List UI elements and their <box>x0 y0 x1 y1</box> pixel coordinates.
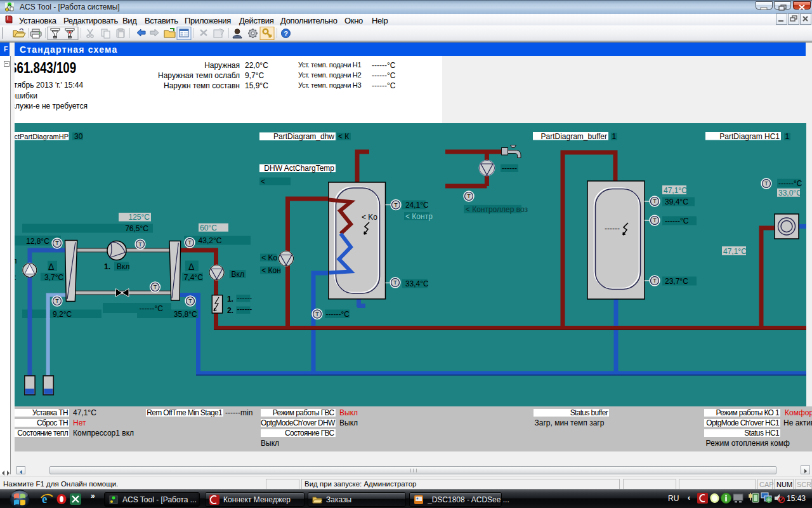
svg-text:------°C: ------°C <box>326 310 350 319</box>
svg-text:125°C: 125°C <box>129 213 150 222</box>
svg-text:39,4°C: 39,4°C <box>665 197 688 206</box>
svg-text:35,8°C: 35,8°C <box>174 310 197 319</box>
svg-text:9,2°C: 9,2°C <box>53 310 72 319</box>
svg-text:Вкл: Вкл <box>232 270 244 279</box>
svg-text:T: T <box>55 240 59 246</box>
svg-text:------°C: ------°C <box>665 217 689 225</box>
svg-text:ectPartDiagramHP: ectPartDiagramHP <box>15 133 69 140</box>
svg-text:43,2°C: 43,2°C <box>199 236 222 245</box>
svg-text:?: ? <box>284 30 288 37</box>
svg-text:<: < <box>261 177 265 186</box>
svg-text:3,7°C: 3,7°C <box>44 273 63 282</box>
svg-text:1: 1 <box>612 132 617 141</box>
svg-text:47,1°C: 47,1°C <box>664 186 687 195</box>
svg-text:------: ------ <box>237 305 252 314</box>
svg-text:PartDiagram_dhw: PartDiagram_dhw <box>273 132 334 141</box>
svg-text:< К: < К <box>338 132 349 141</box>
svg-text:30: 30 <box>74 132 83 141</box>
svg-text:33,0°C: 33,0°C <box>778 189 802 197</box>
svg-text:< Ko: < Ko <box>261 253 277 262</box>
svg-text:1.: 1. <box>227 295 233 304</box>
svg-text:< Контр: < Контр <box>405 212 433 221</box>
svg-text::: : <box>15 273 16 282</box>
svg-text:Δ: Δ <box>188 262 194 272</box>
svg-text:33,4°C: 33,4°C <box>405 279 429 288</box>
svg-text:2.: 2. <box>227 306 233 315</box>
svg-text:< Кон: < Кон <box>261 266 281 275</box>
svg-text:24,1°C: 24,1°C <box>405 201 429 210</box>
svg-text:п: п <box>15 257 17 265</box>
svg-text:60°C: 60°C <box>200 224 217 232</box>
svg-text:------: ------ <box>237 293 252 302</box>
svg-text:------: ------ <box>605 224 620 233</box>
svg-text:1.: 1. <box>104 262 110 271</box>
svg-text:7,4°C: 7,4°C <box>184 273 203 282</box>
svg-text:Δ: Δ <box>48 262 54 272</box>
svg-text:------: ------ <box>502 164 517 173</box>
svg-text:DHW ActChargTemp: DHW ActChargTemp <box>264 164 334 173</box>
svg-text:PartDiagram_buffer: PartDiagram_buffer <box>541 132 608 141</box>
svg-text:1: 1 <box>785 132 790 141</box>
svg-text:< Контроллер воз: < Контроллер воз <box>466 205 528 214</box>
svg-text:< Ko: < Ko <box>362 213 377 222</box>
svg-text:23,7°C: 23,7°C <box>665 277 688 286</box>
svg-text:PartDiagram HC1: PartDiagram HC1 <box>719 132 780 141</box>
svg-text:------°C: ------°C <box>778 179 802 188</box>
svg-text:76,5°C: 76,5°C <box>125 224 148 233</box>
svg-text:------°C: ------°C <box>140 304 164 313</box>
svg-text:47,1°C: 47,1°C <box>723 247 747 256</box>
svg-text:12,8°C: 12,8°C <box>26 237 49 246</box>
svg-text:Вкл: Вкл <box>117 262 129 271</box>
